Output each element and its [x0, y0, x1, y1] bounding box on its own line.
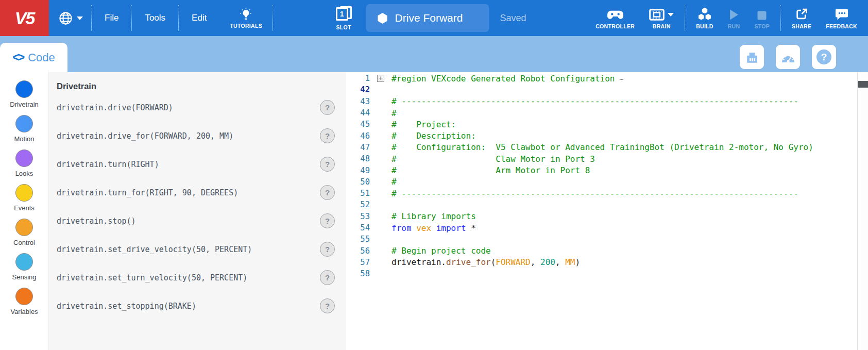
menu-file[interactable]: File [92, 0, 131, 36]
vex-v5-logo[interactable]: V5 [0, 0, 49, 36]
code-text: # Library imports [392, 211, 476, 221]
category-label: Events [14, 204, 35, 212]
line-number: 45 [346, 120, 370, 129]
editor-line[interactable]: 51# ------------------------------------… [346, 188, 868, 199]
feedback-icon [835, 7, 848, 21]
command-help-button[interactable]: ? [320, 270, 335, 285]
editor-line[interactable]: 42 [346, 84, 868, 95]
events-category-icon [15, 184, 33, 202]
command-help-button[interactable]: ? [320, 185, 335, 200]
editor-line[interactable]: 50# [346, 176, 868, 188]
share-icon [795, 7, 808, 21]
editor-scrollbar[interactable] [857, 72, 868, 350]
tutorials-button[interactable]: TUTORIALS [219, 0, 273, 36]
sidebar-item-sensing[interactable]: Sensing [12, 253, 37, 281]
editor-line[interactable]: 52 [346, 199, 868, 210]
palette-section-title: Drivetrain [57, 81, 346, 91]
sidebar-item-looks[interactable]: Looks [15, 149, 33, 177]
editor-line[interactable]: 56# Begin project code [346, 245, 868, 256]
sidebar-item-events[interactable]: Events [14, 184, 35, 212]
code-text: # Arm Motor in Port 8 [392, 165, 590, 175]
command-help-button[interactable]: ? [320, 213, 335, 228]
editor-line[interactable]: 54from vex import * [346, 222, 868, 234]
sidebar-item-drivetrain[interactable]: Drivetrain [10, 80, 39, 108]
divider [685, 5, 685, 31]
chevron-down-icon [668, 13, 674, 16]
run-icon [728, 7, 739, 21]
category-label: Looks [15, 170, 33, 177]
tab-code[interactable]: <> Code [0, 43, 67, 72]
menu-tools[interactable]: Tools [132, 0, 178, 36]
editor-line[interactable]: 55 [346, 234, 868, 245]
build-button[interactable]: BUILD [689, 0, 720, 36]
code-text: # Claw Motor in Port 3 [392, 154, 595, 164]
project-name-button[interactable]: Drive Forward [366, 4, 489, 32]
editor-line[interactable]: 48# Claw Motor in Port 3 [346, 153, 868, 164]
stop-icon [757, 7, 767, 21]
command-text: drivetrain.turn_for(RIGHT, 90, DEGREES) [57, 188, 238, 197]
project-name: Drive Forward [395, 12, 463, 24]
drivetrain-category-icon [15, 80, 33, 98]
editor-line[interactable]: 53# Library imports [346, 211, 868, 222]
command-snippet-row[interactable]: drivetrain.turn(RIGHT)? [49, 150, 346, 178]
fold-expand-icon[interactable]: + [377, 75, 384, 82]
command-snippet-row[interactable]: drivetrain.turn_for(RIGHT, 90, DEGREES)? [49, 178, 346, 207]
tutorials-label: TUTORIALS [230, 23, 262, 29]
sidebar-item-control[interactable]: Control [13, 219, 35, 246]
command-text: drivetrain.drive_for(FORWARD, 200, MM) [57, 131, 233, 141]
category-label: Motion [14, 135, 34, 143]
editor-line[interactable]: 1+#region VEXcode Generated Robot Config… [346, 73, 868, 84]
brain-button[interactable]: BRAIN [642, 0, 680, 36]
action-label: CONTROLLER [595, 23, 635, 29]
command-snippet-row[interactable]: drivetrain.set_turn_velocity(50, PERCENT… [49, 263, 346, 292]
command-snippet-row[interactable]: drivetrain.drive_for(FORWARD, 200, MM)? [49, 122, 346, 150]
code-text: # Project: [392, 120, 456, 129]
editor-line[interactable]: 45# Project: [346, 119, 868, 130]
dashboard-button[interactable] [776, 45, 800, 69]
command-snippet-row[interactable]: drivetrain.stop()? [49, 207, 346, 235]
device-info-button[interactable] [740, 45, 764, 69]
scrollbar-thumb[interactable] [858, 81, 868, 88]
feedback-button[interactable]: FEEDBACK [819, 0, 864, 36]
editor-line[interactable]: 49# Arm Motor in Port 8 [346, 164, 868, 176]
variables-category-icon [15, 288, 33, 305]
command-snippet-row[interactable]: drivetrain.drive(FORWARD)? [49, 93, 346, 122]
editor-line[interactable]: 46# Description: [346, 130, 868, 141]
editor-line[interactable]: 43# ------------------------------------… [346, 96, 868, 107]
command-help-button[interactable]: ? [320, 157, 335, 172]
vexcode-window: V5 FileToolsEdit TUTORIALS [0, 0, 868, 350]
code-editor[interactable]: 1+#region VEXcode Generated Robot Config… [346, 72, 868, 350]
command-help-button[interactable]: ? [320, 100, 335, 115]
editor-line[interactable]: 47# Configuration: V5 Clawbot or Advance… [346, 142, 868, 153]
language-menu-button[interactable] [49, 0, 91, 36]
menu-group: FileToolsEdit [92, 0, 219, 36]
menu-edit[interactable]: Edit [179, 0, 219, 36]
command-help-button[interactable]: ? [320, 242, 335, 257]
line-number: 49 [346, 166, 370, 175]
line-number: 53 [346, 212, 370, 221]
sensing-category-icon [15, 253, 33, 271]
controller-button[interactable]: CONTROLLER [589, 0, 641, 36]
sidebar-item-variables[interactable]: Variables [10, 288, 38, 315]
hexagon-icon [377, 12, 388, 25]
editor-line[interactable]: 44# [346, 107, 868, 119]
share-button[interactable]: SHARE [785, 0, 818, 36]
action-label: RUN [728, 23, 740, 29]
command-help-button[interactable]: ? [320, 128, 335, 143]
category-label: Drivetrain [10, 101, 39, 108]
help-button[interactable]: ? [812, 45, 836, 69]
collapsed-region-ellipsis[interactable]: ⋯ [619, 75, 624, 83]
command-snippet-row[interactable]: drivetrain.set_stopping(BRAKE)? [49, 292, 346, 320]
command-snippet-row[interactable]: drivetrain.set_drive_velocity(50, PERCEN… [49, 235, 346, 263]
sidebar-item-motion[interactable]: Motion [14, 115, 34, 143]
editor-line[interactable]: 57drivetrain.drive_for(FORWARD, 200, MM) [346, 257, 868, 268]
top-menu-bar: V5 FileToolsEdit TUTORIALS [0, 0, 868, 36]
stop-button[interactable]: STOP [747, 0, 776, 36]
slot-button[interactable]: 1 SLOT [336, 6, 352, 30]
line-number: 57 [346, 258, 370, 267]
editor-line[interactable]: 58 [346, 268, 868, 279]
run-button[interactable]: RUN [721, 0, 747, 36]
command-help-button[interactable]: ? [320, 298, 335, 313]
looks-category-icon [15, 149, 33, 167]
line-number: 58 [346, 269, 370, 278]
